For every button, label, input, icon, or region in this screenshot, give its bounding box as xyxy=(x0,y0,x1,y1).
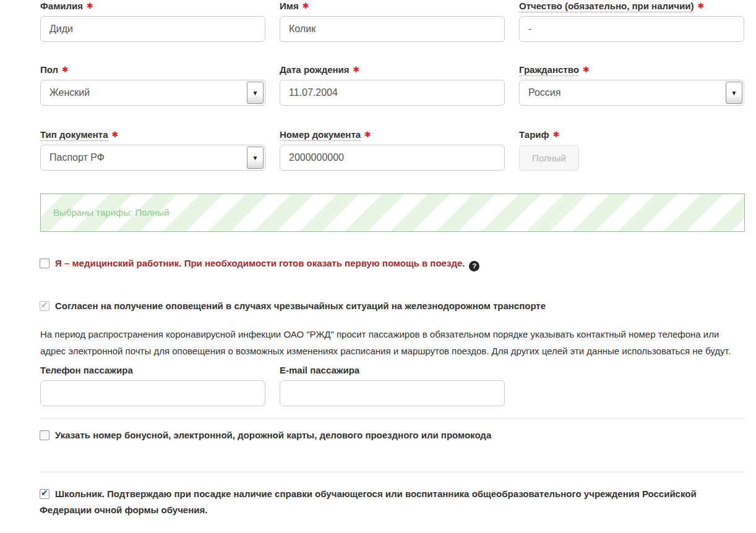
birth-date-input[interactable] xyxy=(280,80,504,105)
selected-tariffs-text: Выбраны тарифы: Полный xyxy=(53,194,170,231)
covid-notice-text: На период распространения коронавирусной… xyxy=(40,326,745,359)
help-icon[interactable]: ? xyxy=(469,261,479,271)
bonus-card-checkbox[interactable]: ✔ xyxy=(40,430,49,440)
doc-type-label: Тип документа✱ xyxy=(40,129,265,140)
required-asterisk-icon: ✱ xyxy=(353,65,360,74)
required-asterisk-icon: ✱ xyxy=(112,130,119,139)
first-name-label: Имя✱ xyxy=(280,1,505,11)
field-tariff: Тариф✱ Полный xyxy=(519,129,744,171)
chevron-down-icon[interactable]: ▼ xyxy=(247,82,264,104)
field-last-name: Фамилия✱ xyxy=(40,1,265,42)
doc-number-label: Номер документа✱ xyxy=(280,129,505,140)
birth-date-label: Дата рождения✱ xyxy=(280,64,505,75)
passenger-form: Фамилия✱ Имя✱ Отчество (обязательно, при… xyxy=(0,0,756,533)
field-phone: Телефон пассажира xyxy=(40,365,265,406)
field-gender: Пол✱ Женский ▼ xyxy=(40,64,265,106)
dotted-divider xyxy=(40,472,745,472)
gender-select[interactable]: Женский ▼ xyxy=(40,80,265,106)
required-asterisk-icon: ✱ xyxy=(303,1,309,11)
citizenship-select[interactable]: Россия ▼ xyxy=(519,80,744,106)
selected-tariffs-banner: Выбраны тарифы: Полный xyxy=(40,194,745,232)
dotted-divider xyxy=(40,418,745,419)
field-email: E-mail пассажира xyxy=(280,365,505,406)
school-pupil-row[interactable]: ✔Школьник. Подтверждаю при посадке налич… xyxy=(40,486,748,518)
school-pupil-label: Школьник. Подтверждаю при посадке наличи… xyxy=(40,488,697,515)
field-middle-name: Отчество (обязательно, при наличии)✱ xyxy=(519,1,744,42)
required-asterisk-icon: ✱ xyxy=(583,65,590,74)
medical-worker-label: Я – медицинский работник. При необходимо… xyxy=(55,258,465,268)
chevron-down-icon[interactable]: ▼ xyxy=(726,82,742,104)
required-asterisk-icon: ✱ xyxy=(553,130,560,139)
field-doc-number: Номер документа✱ xyxy=(280,129,505,171)
required-asterisk-icon: ✱ xyxy=(62,65,69,74)
tariff-label: Тариф✱ xyxy=(519,129,744,140)
phone-label: Телефон пассажира xyxy=(40,365,265,375)
first-name-input[interactable] xyxy=(280,17,504,41)
phone-input[interactable] xyxy=(41,381,265,406)
middle-name-label: Отчество (обязательно, при наличии)✱ xyxy=(519,1,744,11)
checkmark-icon: ✔ xyxy=(41,488,48,498)
citizenship-label: Гражданство✱ xyxy=(519,64,744,75)
email-label: E-mail пассажира xyxy=(280,365,505,375)
field-first-name: Имя✱ xyxy=(280,1,505,42)
checkmark-icon: ✔ xyxy=(41,300,48,310)
field-citizenship: Гражданство✱ Россия ▼ xyxy=(519,64,744,106)
required-asterisk-icon: ✱ xyxy=(87,1,93,11)
doc-type-select[interactable]: Паспорт РФ ▼ xyxy=(40,145,265,171)
last-name-label: Фамилия✱ xyxy=(40,1,265,11)
tariff-full-button[interactable]: Полный xyxy=(519,145,579,171)
medical-worker-checkbox[interactable]: ✔ xyxy=(40,258,49,268)
required-asterisk-icon: ✱ xyxy=(364,130,371,139)
emergency-notifications-checkbox: ✔ xyxy=(40,301,49,311)
gender-label: Пол✱ xyxy=(40,64,265,75)
emergency-notifications-row: ✔Согласен на получение оповещений в случ… xyxy=(40,301,546,311)
required-asterisk-icon: ✱ xyxy=(697,1,704,11)
last-name-input[interactable] xyxy=(41,17,265,41)
medical-worker-row[interactable]: ✔Я – медицинский работник. При необходим… xyxy=(40,258,479,271)
emergency-notifications-label: Согласен на получение оповещений в случа… xyxy=(55,301,546,311)
doc-number-input[interactable] xyxy=(280,145,504,170)
email-input[interactable] xyxy=(280,381,504,406)
middle-name-input[interactable] xyxy=(520,17,744,41)
bonus-card-row[interactable]: ✔Указать номер бонусной, электронной, до… xyxy=(40,430,491,440)
field-birth-date: Дата рождения✱ xyxy=(280,64,505,106)
bonus-card-label: Указать номер бонусной, электронной, дор… xyxy=(55,430,491,440)
school-pupil-checkbox[interactable]: ✔ xyxy=(40,489,49,499)
chevron-down-icon[interactable]: ▼ xyxy=(247,147,264,169)
field-doc-type: Тип документа✱ Паспорт РФ ▼ xyxy=(40,129,265,171)
